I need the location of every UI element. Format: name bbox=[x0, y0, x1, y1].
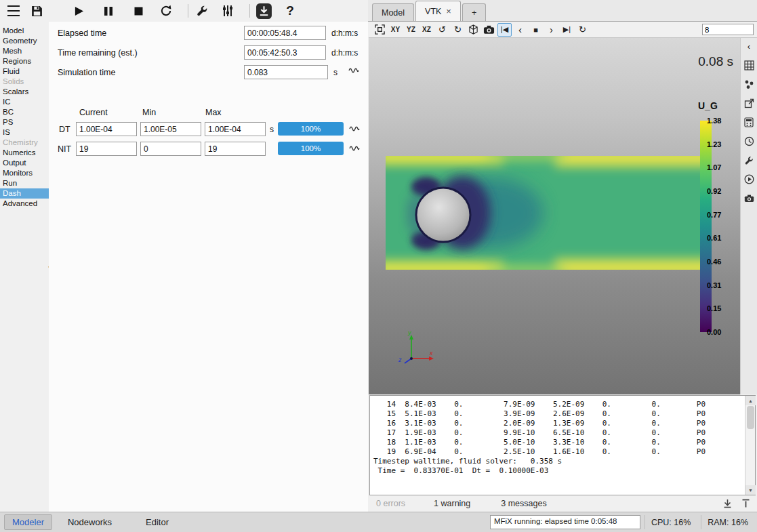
sidebar-item-scalars[interactable]: Scalars bbox=[0, 87, 49, 97]
next-frame-button[interactable]: › bbox=[544, 23, 558, 37]
screenshot-button[interactable] bbox=[482, 23, 496, 37]
nit-min-input[interactable] bbox=[140, 142, 201, 156]
scroll-up-icon[interactable]: ▲ bbox=[745, 396, 756, 405]
stop-playback-button[interactable]: ■ bbox=[529, 23, 543, 37]
plot-simtime-button[interactable] bbox=[347, 64, 361, 77]
last-frame-button[interactable]: ▶| bbox=[560, 23, 574, 37]
sidebar-item-monitors[interactable]: Monitors bbox=[0, 168, 49, 178]
simulation-time-input[interactable] bbox=[244, 65, 328, 79]
tools-button[interactable] bbox=[743, 154, 756, 167]
tab-editor[interactable]: Editor bbox=[138, 515, 176, 529]
pause-button[interactable] bbox=[100, 2, 117, 20]
particles-button[interactable] bbox=[743, 78, 756, 91]
menu-icon[interactable] bbox=[5, 2, 22, 20]
scroll-to-bottom-icon[interactable] bbox=[723, 499, 732, 508]
table-view-button[interactable] bbox=[743, 59, 756, 72]
dt-current-input[interactable] bbox=[76, 122, 137, 136]
snapshot-button[interactable] bbox=[743, 192, 756, 205]
animation-button[interactable] bbox=[743, 173, 756, 186]
export-icon bbox=[744, 98, 754, 108]
scroll-to-top-icon[interactable] bbox=[741, 499, 750, 508]
run-status-field[interactable]: MFiX running: elapsed time 0:05:48 bbox=[490, 515, 640, 529]
rotate-right-button[interactable]: ↻ bbox=[451, 23, 465, 37]
export-view-button[interactable] bbox=[743, 97, 756, 110]
ram-usage: RAM: 16% bbox=[701, 515, 754, 529]
play-button[interactable] bbox=[70, 2, 87, 20]
console-line: 19 6.9E-04 0. 2.5E-10 1.6E-10 0. 0. P0 bbox=[373, 447, 743, 457]
time-remaining-input[interactable] bbox=[244, 45, 326, 60]
options-button[interactable] bbox=[220, 2, 236, 20]
dt-max-input[interactable] bbox=[205, 122, 266, 136]
calculator-button[interactable] bbox=[743, 116, 756, 129]
colorbar-tick: 0.77 bbox=[707, 211, 721, 219]
plot-nit-button[interactable] bbox=[348, 142, 361, 155]
dt-row-label: DT bbox=[59, 125, 70, 134]
tab-vtk[interactable]: VTK × bbox=[415, 1, 461, 21]
sidebar-item-model[interactable]: Model bbox=[0, 26, 49, 36]
scroll-down-icon[interactable]: ▼ bbox=[745, 485, 756, 495]
vtk-viewport[interactable]: 0.08 s U_G 1.38 1.23 1.07 bbox=[369, 38, 740, 394]
history-button[interactable] bbox=[743, 135, 756, 148]
xy-view-button[interactable]: XY bbox=[388, 23, 403, 37]
play-circle-icon bbox=[744, 174, 754, 184]
stop-button[interactable] bbox=[130, 2, 146, 20]
export-button[interactable] bbox=[255, 2, 272, 20]
stop-icon: ■ bbox=[533, 26, 538, 34]
settings-button[interactable] bbox=[194, 2, 210, 20]
scrollbar-thumb[interactable] bbox=[747, 406, 754, 429]
messages-count[interactable]: 3 messages bbox=[501, 499, 546, 508]
tab-model[interactable]: Model bbox=[372, 3, 414, 21]
console-line: 18 1.1E-03 0. 5.0E-10 3.3E-10 0. 0. P0 bbox=[373, 438, 743, 447]
sidebar-item-mesh[interactable]: Mesh bbox=[0, 46, 49, 56]
tab-modeler-label: Modeler bbox=[12, 517, 44, 527]
loop-playback-button[interactable]: ↻ bbox=[575, 23, 590, 37]
nit-max-input[interactable] bbox=[205, 142, 266, 156]
time-remaining-label: Time remaining (est.) bbox=[58, 48, 138, 58]
tab-nodeworks[interactable]: Nodeworks bbox=[60, 515, 119, 529]
sidebar-item-run[interactable]: Run bbox=[0, 178, 49, 188]
save-button[interactable] bbox=[28, 2, 45, 20]
cylinder-obstacle bbox=[416, 188, 470, 242]
sidebar-item-geometry[interactable]: Geometry bbox=[0, 36, 49, 46]
frame-number-input[interactable] bbox=[702, 24, 754, 35]
elapsed-time-input[interactable] bbox=[244, 26, 326, 40]
console-scrollbar[interactable]: ▲ ▼ bbox=[745, 396, 755, 495]
warnings-count[interactable]: 1 warning bbox=[434, 499, 470, 508]
perspective-button[interactable] bbox=[466, 23, 480, 37]
collapse-panel-button[interactable]: ‹ bbox=[743, 40, 756, 53]
console-line: Timestep walltime, fluid solver: 0.358 s bbox=[373, 457, 743, 466]
sidebar-item-is[interactable]: IS bbox=[0, 127, 49, 138]
console-line: 14 8.4E-03 0. 7.9E-09 5.2E-09 0. 0. P0 bbox=[373, 400, 743, 409]
colorbar-tick: 1.07 bbox=[707, 163, 721, 171]
sidebar-item-ps[interactable]: PS bbox=[0, 117, 49, 127]
sidebar-item-output[interactable]: Output bbox=[0, 158, 49, 168]
tab-add[interactable]: + bbox=[462, 3, 486, 21]
sidebar-item-advanced[interactable]: Advanced bbox=[0, 199, 49, 209]
sidebar-item-fluid[interactable]: Fluid bbox=[0, 66, 49, 77]
help-button[interactable]: ? bbox=[282, 2, 298, 20]
dt-min-input[interactable] bbox=[140, 122, 201, 136]
close-icon[interactable]: × bbox=[446, 7, 451, 16]
yz-view-button[interactable]: YZ bbox=[404, 23, 418, 37]
fit-view-button[interactable] bbox=[373, 23, 387, 37]
sidebar-item-label: Numerics bbox=[3, 148, 36, 157]
sidebar-item-ic[interactable]: IC bbox=[0, 97, 49, 107]
tab-modeler[interactable]: Modeler bbox=[4, 514, 52, 530]
sidebar-item-numerics[interactable]: Numerics bbox=[0, 148, 49, 158]
plot-dt-button[interactable] bbox=[348, 122, 361, 136]
xz-view-button[interactable]: XZ bbox=[420, 23, 434, 37]
sidebar-item-regions[interactable]: Regions bbox=[0, 56, 49, 66]
sidebar-item-bc[interactable]: BC bbox=[0, 107, 49, 117]
sidebar-item-dash[interactable]: Dash bbox=[0, 188, 49, 199]
previous-frame-button[interactable]: ‹ bbox=[513, 23, 527, 37]
errors-count[interactable]: 0 errors bbox=[376, 499, 405, 508]
solver-console[interactable]: 14 8.4E-03 0. 7.9E-09 5.2E-09 0. 0. P0 1… bbox=[369, 395, 756, 495]
rotate-left-button[interactable]: ↺ bbox=[435, 23, 449, 37]
menu-bar bbox=[7, 5, 20, 7]
column-header-min: Min bbox=[142, 108, 156, 117]
nit-current-input[interactable] bbox=[76, 142, 137, 156]
reset-button[interactable] bbox=[158, 2, 174, 20]
first-frame-button[interactable]: |◀ bbox=[497, 23, 512, 37]
cpu-usage: CPU: 16% bbox=[645, 515, 697, 529]
colorbar-tick: 0.00 bbox=[707, 328, 721, 336]
